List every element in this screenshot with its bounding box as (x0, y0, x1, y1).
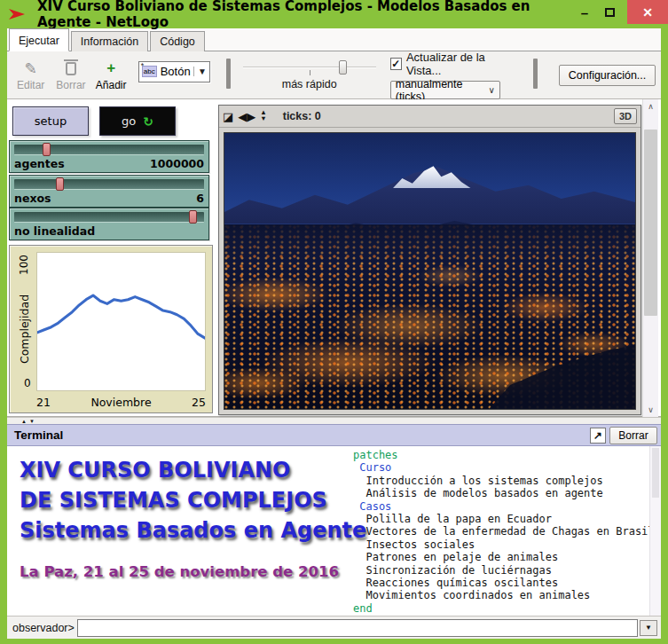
add-button[interactable]: + Añadir (93, 59, 130, 91)
netlogo-window: XIV Curso Boliviano de Sistemas Complejo… (0, 0, 668, 644)
slider-thumb[interactable] (189, 210, 197, 224)
slider-no-linealidad[interactable]: no linealidad (9, 208, 209, 240)
slider-label: nexos (14, 192, 51, 205)
slider-agentes[interactable]: agentes 1000000 (9, 140, 209, 173)
code-line: Insectos sociales (353, 538, 647, 551)
slider-value: 1000000 (150, 157, 204, 170)
slider-label: agentes (14, 157, 65, 170)
tab-codigo[interactable]: Código (150, 31, 205, 51)
delete-button[interactable]: Borrar (52, 59, 89, 91)
terminal-splitter[interactable]: ▲ ▼ (7, 417, 661, 424)
photo-city (224, 224, 635, 409)
maximize-icon (605, 8, 615, 17)
speed-label: más rápido (282, 78, 337, 90)
x-axis-tick-min: 21 (36, 396, 51, 409)
splitter-down-icon[interactable]: ▼ (29, 419, 35, 424)
code-line: patches (353, 449, 647, 461)
add-label: Añadir (96, 79, 127, 91)
splitter-up-icon[interactable]: ▲ (21, 419, 27, 424)
code-line: Vectores de la enfermedad de Chagas en B… (353, 525, 647, 538)
speed-control: más rápido (243, 60, 376, 90)
terminal-clear-button[interactable]: Borrar (609, 427, 657, 444)
code-line: Polilla de la papa en Ecuador (353, 513, 647, 525)
speed-slider[interactable] (243, 60, 376, 75)
banner-line-1: XIV CURSO BOLIVIANO (20, 455, 357, 485)
titlebar: XIV Curso Boliviano de Sistemas Complejo… (0, 0, 668, 28)
speed-slider-detent (310, 70, 310, 75)
tab-bar: Ejecutar Información Código (7, 28, 661, 51)
command-input[interactable] (77, 619, 638, 637)
dropdown-arrow-icon: ▼ (193, 67, 207, 76)
view-header: ◪ ◀▶ ▲▼ ticks: 0 3D (219, 106, 640, 128)
plot-line-svg (37, 253, 205, 390)
settings-button[interactable]: Configuración... (559, 65, 656, 86)
code-line: Movimientos coordinados en animales (353, 589, 647, 601)
widget-type-dropdown[interactable]: *abc Botón ▼ (138, 61, 210, 82)
toolbar-separator-2 (533, 59, 538, 89)
interface-vertical-scrollbar[interactable]: ∧ ∨ (642, 99, 658, 417)
y-axis-tick-min: 0 (24, 377, 31, 389)
x-axis: 21 Noviembre 25 (36, 396, 206, 409)
observer-prompt: observador> (12, 622, 75, 634)
course-banner: XIV CURSO BOLIVIANO DE SISTEMAS COMPLEJO… (20, 455, 357, 580)
plot-area (36, 252, 206, 391)
slider-thumb[interactable] (43, 143, 51, 156)
go-button[interactable]: go ↻ (99, 106, 176, 136)
view-update-checkbox[interactable]: ✓ (390, 58, 402, 70)
scrollbar-thumb[interactable] (644, 130, 657, 316)
slider-thumb[interactable] (56, 177, 64, 191)
scroll-up-icon[interactable]: ∧ (643, 99, 658, 114)
code-line: Introducción a los sistemas complejos (353, 475, 647, 487)
edit-button[interactable]: ✎ Editar (12, 59, 49, 91)
update-mode-dropdown[interactable]: manualmente (ticks) ∨ (390, 81, 500, 99)
terminal-header: Terminal ↗ Borrar (7, 424, 661, 446)
slider-track (14, 145, 204, 155)
terminal-scrollbar-thumb[interactable] (652, 448, 659, 498)
complexity-plot: 100 Complejidad 0 21 Noviembre 25 (9, 245, 213, 413)
terminal-expand-button[interactable]: ↗ (590, 428, 606, 444)
go-label: go (122, 114, 136, 128)
view-resize-icon[interactable]: ◪ (223, 111, 233, 122)
terminal-scrollbar[interactable] (649, 446, 661, 616)
trash-icon (66, 59, 76, 78)
scrollbar-track[interactable] (643, 114, 658, 403)
code-line: Curso (353, 461, 647, 474)
tab-informacion[interactable]: Información (71, 31, 148, 51)
command-history-button[interactable]: ▼ (640, 620, 657, 636)
speed-slider-track (243, 67, 376, 68)
window-controls: – ✕ (572, 0, 668, 28)
minimize-button[interactable]: – (572, 0, 597, 25)
toolbar: ✎ Editar Borrar + Añadir *abc Botón ▼ (7, 51, 661, 99)
netlogo-app-icon (9, 7, 25, 21)
horizontal-arrows-icon[interactable]: ◀▶ (238, 111, 255, 122)
y-axis-label: Complejidad (18, 295, 31, 364)
code-line: Casos (353, 500, 647, 513)
x-axis-tick-max: 25 (192, 396, 206, 409)
button-widget-icon: *abc (142, 66, 157, 77)
banner-date-line: La Paz, 21 al 25 de noviembre de 2016 (20, 563, 357, 580)
view-update-group: ✓ Actualizar de la Vista... manualmente … (390, 51, 516, 99)
setup-button[interactable]: setup (12, 106, 89, 136)
ticks-counter: ticks: 0 (283, 110, 321, 122)
view-3d-button[interactable]: 3D (614, 108, 637, 124)
speed-slider-thumb[interactable] (339, 60, 347, 75)
view-update-label: Actualizar de la Vista... (406, 51, 515, 77)
delete-label: Borrar (56, 79, 85, 91)
view-update-row: ✓ Actualizar de la Vista... (390, 51, 516, 77)
vertical-arrows-icon[interactable]: ▲▼ (260, 110, 266, 122)
close-button[interactable]: ✕ (627, 0, 668, 24)
code-line: Análisis de modelos basados en agente (353, 487, 647, 499)
slider-nexos[interactable]: nexos 6 (9, 175, 209, 208)
terminal-title: Terminal (14, 428, 590, 442)
slider-value: 6 (196, 192, 204, 205)
pencil-icon: ✎ (25, 59, 37, 78)
tab-ejecutar[interactable]: Ejecutar (9, 28, 69, 51)
command-center: observador> ▼ (7, 616, 661, 639)
maximize-button[interactable] (597, 0, 622, 25)
scroll-down-icon[interactable]: ∨ (643, 403, 658, 417)
world-view[interactable]: ◪ ◀▶ ▲▼ ticks: 0 3D (218, 105, 641, 415)
window-body: Ejecutar Información Código ✎ Editar Bor… (7, 28, 661, 639)
y-axis-tick-max: 100 (18, 234, 30, 255)
code-line: Patrones en pelaje de animales (353, 551, 647, 563)
banner-line-2: DE SISTEMAS COMPLEJOS (20, 485, 357, 515)
